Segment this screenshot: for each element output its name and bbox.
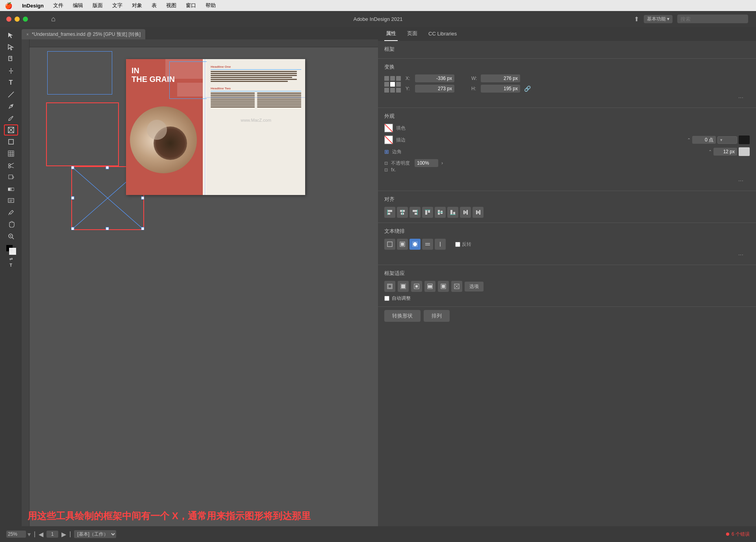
- clear-fitting-btn[interactable]: [451, 281, 462, 292]
- opacity-expand-icon[interactable]: ›: [441, 160, 443, 166]
- search-input[interactable]: [677, 15, 748, 23]
- align-center-h-btn[interactable]: [397, 207, 408, 218]
- fit-frame-content-btn[interactable]: [398, 281, 409, 292]
- nav-next-btn[interactable]: ▶: [61, 531, 66, 538]
- zoom-input[interactable]: [6, 531, 26, 538]
- fill-proportionally-btn[interactable]: [424, 281, 435, 292]
- menu-object[interactable]: 对象: [130, 2, 144, 9]
- textwrap-more-options[interactable]: ···: [384, 250, 750, 260]
- wrap-none-btn[interactable]: [384, 239, 395, 250]
- menu-view[interactable]: 视图: [165, 2, 178, 9]
- direct-selection-tool[interactable]: [4, 42, 18, 53]
- fit-options-btn[interactable]: 选项: [465, 282, 484, 291]
- free-transform-tool[interactable]: [4, 172, 18, 183]
- wrap-bounding-box-btn[interactable]: [397, 239, 408, 250]
- align-bottom-edge-btn[interactable]: [447, 207, 458, 218]
- autoadjust-checkbox[interactable]: [384, 296, 389, 301]
- tab-pages[interactable]: 页面: [406, 27, 419, 41]
- workspace-selector[interactable]: 基本功能 ▾: [644, 15, 673, 23]
- corner-value-input[interactable]: [713, 148, 737, 156]
- stroke-color-box[interactable]: [739, 136, 750, 144]
- w-input[interactable]: [481, 74, 520, 82]
- stroke-unit-select[interactable]: ▾: [717, 136, 737, 144]
- selection-tool[interactable]: [4, 30, 18, 41]
- workspace-select[interactable]: [基本]（工作）: [74, 530, 116, 538]
- reverse-checkbox[interactable]: [455, 242, 460, 247]
- fill-stroke-widget[interactable]: [6, 244, 17, 255]
- wrap-jump-btn[interactable]: [422, 239, 433, 250]
- tab-properties[interactable]: 属性: [384, 27, 398, 41]
- empty-text-frame[interactable]: [47, 51, 112, 95]
- transform-more-options[interactable]: ···: [384, 93, 750, 103]
- x-input[interactable]: [415, 74, 454, 82]
- menu-indesign[interactable]: InDesign: [20, 3, 45, 9]
- table-tool[interactable]: [4, 148, 18, 159]
- fit-content-frame-btn[interactable]: [384, 281, 395, 292]
- gap-tool[interactable]: [4, 65, 18, 76]
- opacity-input[interactable]: [415, 159, 438, 167]
- gradient-swatch-tool[interactable]: [4, 184, 18, 195]
- pen-tool[interactable]: [4, 101, 18, 112]
- text-fill-stroke[interactable]: T: [9, 263, 12, 267]
- section-align: 对齐: [378, 191, 756, 223]
- menu-window[interactable]: 窗口: [184, 2, 198, 9]
- center-content-btn[interactable]: [411, 281, 422, 292]
- pencil-tool[interactable]: [4, 113, 18, 124]
- tab-cc-libraries[interactable]: CC Libraries: [427, 28, 458, 41]
- share-icon[interactable]: ⬆: [634, 15, 639, 23]
- align-right-edge-btn[interactable]: [410, 207, 421, 218]
- tab-close-icon[interactable]: ×: [26, 32, 29, 37]
- stroke-color-swatch[interactable]: [384, 136, 393, 144]
- doc-right-section: Headline One Headline Two: [207, 59, 305, 195]
- svg-point-77: [413, 242, 417, 246]
- transform-proxy-widget[interactable]: [384, 76, 401, 93]
- stroke-value-input[interactable]: [692, 136, 716, 144]
- menu-layout[interactable]: 版面: [91, 2, 104, 9]
- scissors-tool[interactable]: [4, 160, 18, 171]
- appearance-more-options[interactable]: ···: [384, 176, 750, 186]
- note-tool[interactable]: [4, 195, 18, 206]
- minimize-button[interactable]: [15, 17, 20, 22]
- line-tool[interactable]: [4, 89, 18, 100]
- fx-row: ⊡ fx.: [384, 167, 750, 173]
- frame-tool[interactable]: [4, 124, 18, 136]
- menu-table[interactable]: 表: [150, 2, 158, 9]
- wrap-next-col-btn[interactable]: [435, 239, 446, 250]
- align-top-edge-btn[interactable]: [422, 207, 433, 218]
- align-left-edge-btn[interactable]: [384, 207, 395, 218]
- y-input[interactable]: [415, 85, 454, 93]
- page-input[interactable]: [46, 531, 58, 538]
- document-tab[interactable]: × *Understand_frames.indd @ 25% [GPU 预览]…: [22, 29, 145, 39]
- distribute-right-btn[interactable]: [472, 207, 484, 218]
- fx-button[interactable]: fx.: [391, 167, 396, 173]
- arrange-btn[interactable]: 排列: [424, 310, 450, 322]
- frame-with-x-selected[interactable]: [46, 102, 119, 166]
- apple-menu[interactable]: 🍎: [5, 2, 13, 9]
- zoom-tool[interactable]: [4, 231, 18, 242]
- zoom-control[interactable]: ▾: [6, 531, 31, 538]
- transform-shape-btn[interactable]: 转换形状: [384, 310, 421, 322]
- maximize-button[interactable]: [23, 17, 28, 22]
- corner-style-box[interactable]: [739, 147, 750, 156]
- home-icon[interactable]: ⌂: [51, 15, 56, 23]
- page-tool[interactable]: [4, 54, 18, 65]
- hand-tool[interactable]: [4, 219, 18, 230]
- nav-prev-btn[interactable]: ◀: [39, 531, 43, 538]
- swap-fill-stroke[interactable]: ⇄: [9, 257, 13, 261]
- align-center-v-btn[interactable]: [435, 207, 446, 218]
- h-input[interactable]: [481, 85, 520, 93]
- menu-file[interactable]: 文件: [52, 2, 65, 9]
- wrap-object-shape-btn[interactable]: [410, 239, 421, 250]
- rect-tool[interactable]: [4, 136, 18, 147]
- close-button[interactable]: [6, 17, 11, 22]
- menu-help[interactable]: 帮助: [204, 2, 217, 9]
- fill-color-swatch[interactable]: [384, 124, 393, 132]
- menu-edit[interactable]: 编辑: [71, 2, 85, 9]
- menu-type[interactable]: 文字: [111, 2, 124, 9]
- type-tool[interactable]: T: [4, 77, 18, 88]
- fit-proportionally-btn[interactable]: [438, 281, 449, 292]
- distribute-left-btn[interactable]: [460, 207, 471, 218]
- lock-proportions-icon[interactable]: 🔗: [524, 85, 531, 92]
- eyedropper-tool[interactable]: [4, 207, 18, 218]
- error-indicator[interactable]: 6 个错误: [726, 531, 750, 538]
